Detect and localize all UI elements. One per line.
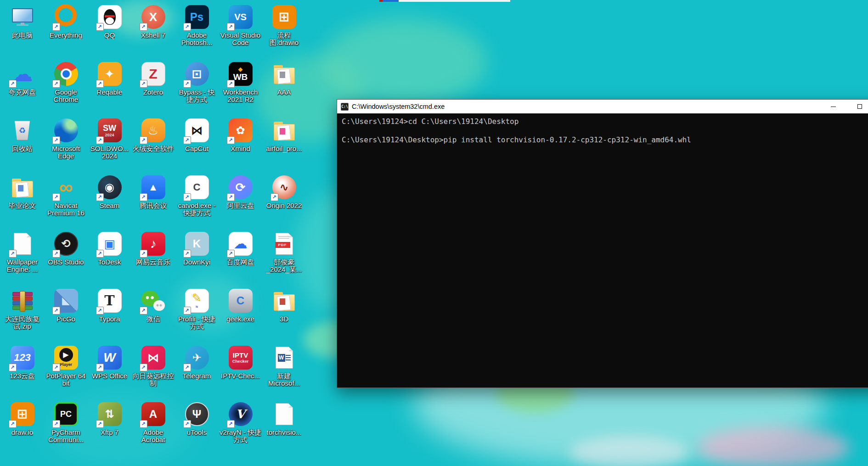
desktop-icon-iptv-checker[interactable]: IPTVCheckerIPTV-Chec... [219, 343, 262, 400]
desktop-icon-everything[interactable]: ↗Everything [44, 2, 88, 59]
desktop-icon-flowchart-drawio[interactable]: ⊞流程图.drawio [262, 2, 306, 59]
console-output[interactable]: C:\Users\19124>cd C:\Users\19124\Desktop… [337, 113, 868, 387]
desktop-icon-xmind[interactable]: ✿↗Xmind [219, 116, 262, 173]
desktop-icon-pycharm-community[interactable]: PC↗PyCharm Communi... [44, 399, 88, 456]
desktop-icon-origin-2022[interactable]: ∿↗Origin 2022 [262, 173, 306, 230]
desktop-icon-123-cloud[interactable]: 123↗123云盘 [0, 343, 44, 400]
desktop-icon-xftp-7[interactable]: ⇅↗Xftp 7 [88, 399, 131, 456]
shortcut-arrow-icon: ↗ [9, 420, 17, 428]
shortcut-arrow-icon: ↗ [227, 136, 235, 144]
desktop-icon-wps-office[interactable]: W↗WPS Office [88, 343, 131, 400]
baidu-netdisk-icon: ☁↗ [227, 230, 254, 257]
desktop-icon-label: 阿里云盘 [227, 202, 254, 209]
desktop-icon-ansys-workbench[interactable]: ◆WB↗Workbench 2021 R2 [219, 59, 262, 116]
geek-uninstaller-icon: C [227, 287, 254, 314]
desktop-icon-navicat-premium-16[interactable]: ∞↗Navicat Premium 16 [44, 173, 88, 230]
desktop-icon-microsoft-edge[interactable]: ↗Microsoft Edge [44, 116, 88, 173]
desktop-icon-v2rayn[interactable]: V↗v2rayN - 快捷方式 [219, 399, 262, 456]
desktop-icon-obs-studio[interactable]: ⟲↗OBS Studio [44, 229, 88, 286]
desktop-icon-label: PicGo [56, 315, 75, 323]
desktop-icon-picgo[interactable]: ◣↗PicGo [44, 286, 88, 343]
picgo-icon: ◣↗ [53, 287, 79, 314]
desktop-icon-label: OBS Studio [48, 258, 84, 266]
desktop-icon-thesis-folder[interactable]: 毕业论文 [0, 173, 44, 230]
desktop-icon-label: Typora [99, 315, 120, 323]
desktop-icon-aaa-folder[interactable]: AAA [262, 59, 306, 116]
desktop-icon-label: torchvisio... [267, 429, 302, 436]
desktop-icon-label: Xshell 7 [141, 32, 165, 39]
aaa-folder-icon [271, 61, 298, 87]
capcut-icon: ⋈↗ [184, 117, 210, 144]
desktop-icon-geek-uninstaller[interactable]: Cgeek.exe [219, 286, 262, 343]
desktop-icon-huorong-security[interactable]: ♨↗火绒安全软件 [131, 116, 175, 173]
desktop-icon-label: DownKyi [183, 258, 210, 266]
cmd-titlebar[interactable]: C:\ C:\Windows\system32\cmd.exe ✕ [337, 100, 868, 113]
desktop-icon-winrar-archive[interactable]: 大连民族复试.zip [0, 286, 44, 343]
desktop-icon-word-document[interactable]: W新建 Microsof... [262, 343, 306, 400]
desktop-icon-google-chrome[interactable]: ↗Google Chrome [44, 59, 88, 116]
shortcut-arrow-icon: ↗ [227, 420, 235, 428]
desktop-icon-label: Everything [50, 32, 82, 39]
desktop-icon-reqable[interactable]: ✦↗Reqable [88, 59, 131, 116]
desktop-icon-quark-netdisk[interactable]: ☁↗夸克网盘 [0, 59, 44, 116]
desktop-icon-typora[interactable]: T↗Typora [88, 286, 131, 343]
qq-icon: ↗ [96, 4, 123, 30]
desktop-icon-this-pc[interactable]: 此电脑 [0, 2, 44, 59]
shortcut-arrow-icon: ↗ [140, 364, 147, 371]
desktop-icon-label: 夸克网盘 [9, 89, 36, 96]
desktop-icon-label: 大连民族复试.zip [1, 315, 44, 330]
window-controls: ✕ [820, 100, 868, 113]
desktop-icon-capcut[interactable]: ⋈↗CapCut [175, 116, 219, 173]
desktop-icon-3d-folder[interactable]: 3D [262, 286, 306, 343]
shortcut-arrow-icon: ↗ [140, 23, 147, 31]
shortcut-arrow-icon: ↗ [183, 80, 191, 88]
desktop-icon-utools[interactable]: Ψ↗uTools [175, 399, 219, 456]
desktop-icon-zotero[interactable]: Z↗Zotero [131, 59, 175, 116]
word-document-icon: W [271, 344, 298, 371]
desktop-icon-baidu-netdisk[interactable]: ☁↗百度网盘 [219, 229, 262, 286]
desktop-icon-label: Steam [100, 202, 119, 209]
aliyun-drive-icon: ⟳↗ [227, 174, 254, 201]
desktop-icon-xshell-7[interactable]: X↗Xshell 7 [131, 2, 175, 59]
desktop-icon-bypass[interactable]: ⊡↗Bypass - 快捷方式 [175, 59, 219, 116]
desktop-icon-wechat[interactable]: ↗微信 [131, 286, 175, 343]
desktop-icon-pdf-document[interactable]: PDF郜俊豪_2024_某... [262, 229, 306, 286]
maximize-button[interactable] [846, 100, 868, 113]
downkyi-icon: K↗ [184, 230, 210, 257]
obs-studio-icon: ⟲↗ [53, 230, 79, 257]
desktop-icon-drawio-app[interactable]: ⊞↗draw.io [0, 399, 44, 456]
desktop-icon-solidworks-2024[interactable]: SW2024↗SOLIDWO... 2024 [88, 116, 131, 173]
desktop-icon-label: QQ [104, 32, 115, 39]
desktop-icon-label: Adobe Acrobat [132, 429, 175, 444]
desktop-icon-adobe-photoshop[interactable]: Ps↗Adobe Photosh... [175, 2, 219, 59]
todesk-icon: ▣↗ [96, 230, 123, 257]
desktop-icon-tencent-meeting[interactable]: ▲↗腾讯会议 [131, 173, 175, 230]
desktop-icon-torchvision-whl[interactable]: torchvisio... [262, 399, 306, 456]
steam-icon: ◉↗ [96, 174, 123, 201]
desktop-icon-wallpaper-engine[interactable]: ↗Wallpaper Engine: ... [0, 229, 44, 286]
desktop-icon-label: 毕业论文 [9, 202, 36, 209]
desktop-icon-telegram[interactable]: ✈↗Telegram [175, 343, 219, 400]
pdf-document-icon: PDF [271, 230, 298, 257]
origin-2022-icon: ∿↗ [271, 174, 298, 201]
desktop-icon-visual-studio-code[interactable]: VS↗Visual Studio Code [219, 2, 262, 59]
desktop-icon-label: 回收站 [12, 145, 33, 152]
shortcut-arrow-icon: ↗ [9, 364, 17, 371]
desktop-icon-steam[interactable]: ◉↗Steam [88, 173, 131, 230]
desktop-icon-todesk[interactable]: ▣↗ToDesk [88, 229, 131, 286]
desktop-icon-potplayer[interactable]: ▶Player↗PotPlayer 64 bit [44, 343, 88, 400]
desktop-icon-profili[interactable]: ✎≈↗Profili - 快捷方式 [175, 286, 219, 343]
desktop-icon-adobe-acrobat[interactable]: A↗Adobe Acrobat [131, 399, 175, 456]
desktop-icon-qq[interactable]: ↗QQ [88, 2, 131, 59]
shortcut-arrow-icon: ↗ [227, 193, 235, 201]
minimize-button[interactable] [820, 100, 846, 113]
desktop-icon-catvod[interactable]: C↗catvod.exe - 快捷方式 [175, 173, 219, 230]
desktop-icon-recycle-bin[interactable]: ♻回收站 [0, 116, 44, 173]
desktop-icon-downkyi[interactable]: K↗DownKyi [175, 229, 219, 286]
desktop-icon-netease-music[interactable]: ♪↗网易云音乐 [131, 229, 175, 286]
adobe-acrobat-icon: A↗ [140, 401, 167, 427]
desktop-icon-sunlogin[interactable]: ⋈↗向日葵远程控制 [131, 343, 175, 400]
v2rayn-icon: V↗ [227, 401, 254, 427]
desktop-icon-airfoil-folder[interactable]: airfoil_pro... [262, 116, 306, 173]
desktop-icon-aliyun-drive[interactable]: ⟳↗阿里云盘 [219, 173, 262, 230]
